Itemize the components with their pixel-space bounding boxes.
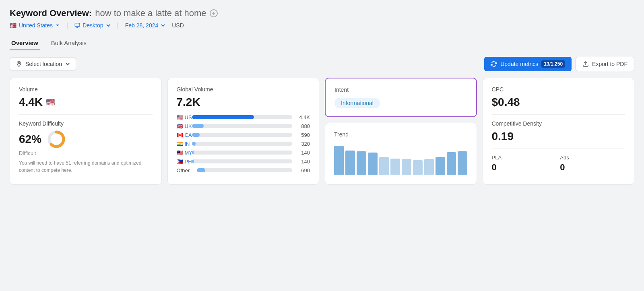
date-filter[interactable]: Feb 28, 2024 bbox=[125, 22, 166, 29]
card-divider-comp bbox=[492, 149, 625, 149]
bar-row-in: 🇮🇳IN 320 bbox=[177, 141, 310, 147]
bar-track-in bbox=[192, 142, 293, 146]
tab-overview[interactable]: Overview bbox=[10, 36, 40, 50]
bar-fill-other bbox=[197, 168, 205, 172]
trend-bar-7 bbox=[402, 159, 411, 174]
bar-track-uk bbox=[192, 124, 293, 128]
intent-badge: Informational bbox=[334, 98, 380, 108]
location-label: United States bbox=[19, 22, 53, 29]
bar-num-us: 4.4K bbox=[295, 114, 310, 120]
toolbar-right: Update metrics 13/1,250 Export to PDF bbox=[484, 57, 634, 71]
desktop-icon bbox=[74, 23, 80, 28]
location-flag: 🇺🇸 bbox=[10, 22, 17, 29]
page-header: Keyword Overview: how to make a latte at… bbox=[10, 8, 634, 29]
country-other: Other bbox=[177, 167, 194, 173]
svg-point-3 bbox=[18, 62, 19, 64]
filter-sep-1: | bbox=[66, 22, 68, 29]
kd-label: Keyword Difficulty bbox=[19, 120, 153, 127]
device-filter[interactable]: Desktop bbox=[74, 22, 110, 29]
trend-card: Trend bbox=[325, 123, 477, 185]
bar-row-uk: 🇬🇧UK 880 bbox=[177, 123, 310, 129]
country-us: 🇺🇸US bbox=[177, 114, 189, 120]
trend-bars bbox=[334, 142, 468, 175]
bar-num-in: 320 bbox=[295, 141, 310, 147]
bar-num-my: 140 bbox=[295, 150, 310, 156]
export-label: Export to PDF bbox=[592, 61, 627, 67]
kd-value: 62% bbox=[19, 133, 41, 146]
trend-bar-6 bbox=[390, 159, 400, 175]
keyword-text: how to make a latte at home bbox=[95, 8, 206, 19]
select-location-label: Select location bbox=[25, 61, 62, 67]
trend-label: Trend bbox=[334, 131, 468, 138]
page-title: Keyword Overview: how to make a latte at… bbox=[10, 8, 634, 19]
country-ph: 🇵🇭PH bbox=[177, 159, 189, 165]
card-divider-1 bbox=[19, 114, 153, 115]
device-label: Desktop bbox=[83, 22, 103, 29]
refresh-icon bbox=[491, 61, 497, 67]
bar-row-us: 🇺🇸US 4.4K bbox=[177, 114, 310, 120]
chevron-down-icon bbox=[55, 23, 60, 28]
country-uk: 🇬🇧UK bbox=[177, 123, 189, 129]
metrics-count-badge: 13/1,250 bbox=[541, 60, 565, 68]
volume-card: Volume 4.4K 🇺🇸 Keyword Difficulty 62% Di… bbox=[10, 78, 162, 185]
cpc-label: CPC bbox=[492, 86, 625, 93]
comp-density-value: 0.19 bbox=[492, 130, 625, 143]
title-prefix: Keyword Overview: bbox=[10, 8, 92, 19]
cards-grid: Volume 4.4K 🇺🇸 Keyword Difficulty 62% Di… bbox=[10, 78, 634, 185]
kd-donut bbox=[47, 130, 66, 149]
bar-track-other bbox=[197, 168, 293, 172]
update-metrics-button[interactable]: Update metrics 13/1,250 bbox=[484, 57, 572, 71]
add-keyword-icon[interactable]: + bbox=[210, 9, 218, 17]
kd-row: 62% bbox=[19, 130, 153, 149]
global-volume-value: 7.2K bbox=[177, 96, 310, 109]
global-volume-label: Global Volume bbox=[177, 86, 310, 93]
country-ca: 🇨🇦CA bbox=[177, 132, 189, 138]
volume-label: Volume bbox=[19, 86, 153, 93]
global-volume-card: Global Volume 7.2K 🇺🇸US 4.4K 🇬🇧UK 880 🇨🇦… bbox=[167, 78, 320, 185]
cpc-value: $0.48 bbox=[492, 96, 625, 109]
location-filter[interactable]: 🇺🇸 United States bbox=[10, 22, 60, 29]
card-divider-cpc bbox=[492, 114, 625, 115]
pla-ads-row: PLA 0 Ads 0 bbox=[492, 155, 625, 173]
bar-fill-ph bbox=[192, 159, 194, 163]
bar-track-ph bbox=[192, 159, 293, 163]
tabs: Overview Bulk Analysis bbox=[10, 36, 634, 50]
center-column: Intent Informational Trend bbox=[325, 78, 477, 185]
volume-value: 4.4K 🇺🇸 bbox=[19, 96, 153, 109]
bar-track-my bbox=[192, 151, 293, 155]
trend-bar-3 bbox=[357, 151, 366, 175]
filter-sep-2: | bbox=[117, 22, 119, 29]
tab-bulk-analysis[interactable]: Bulk Analysis bbox=[50, 36, 88, 50]
ads-value: 0 bbox=[560, 162, 625, 173]
bar-fill-uk bbox=[192, 124, 204, 128]
trend-bar-5 bbox=[379, 157, 389, 175]
volume-flag: 🇺🇸 bbox=[46, 98, 55, 107]
bar-fill-us bbox=[192, 115, 254, 119]
chevron-down-icon4 bbox=[65, 62, 70, 66]
comp-density-label: Competitive Density bbox=[492, 120, 625, 127]
trend-bar-9 bbox=[424, 159, 434, 174]
trend-bar-11 bbox=[447, 152, 456, 175]
upload-icon bbox=[582, 61, 589, 67]
cpc-card: CPC $0.48 Competitive Density 0.19 PLA 0… bbox=[483, 78, 635, 185]
bar-track-us bbox=[192, 115, 293, 119]
bar-track-ca bbox=[192, 133, 293, 137]
intent-label: Intent bbox=[334, 87, 467, 93]
bar-fill-in bbox=[192, 142, 196, 146]
trend-bar-2 bbox=[345, 151, 355, 175]
chevron-down-icon2 bbox=[106, 23, 111, 28]
bar-fill-ca bbox=[192, 133, 200, 137]
trend-bar-12 bbox=[458, 151, 467, 175]
pla-metric: PLA 0 bbox=[492, 155, 557, 173]
country-in: 🇮🇳IN bbox=[177, 141, 189, 147]
location-pin-icon bbox=[16, 61, 22, 67]
export-pdf-button[interactable]: Export to PDF bbox=[576, 57, 634, 71]
svg-rect-0 bbox=[75, 23, 80, 27]
update-metrics-label: Update metrics bbox=[500, 61, 538, 67]
bar-num-ph: 140 bbox=[295, 159, 310, 165]
select-location-button[interactable]: Select location bbox=[10, 58, 76, 70]
bar-row-ca: 🇨🇦CA 590 bbox=[177, 132, 310, 138]
ads-label: Ads bbox=[560, 155, 625, 161]
date-label: Feb 28, 2024 bbox=[125, 22, 159, 29]
bar-num-uk: 880 bbox=[295, 123, 310, 129]
